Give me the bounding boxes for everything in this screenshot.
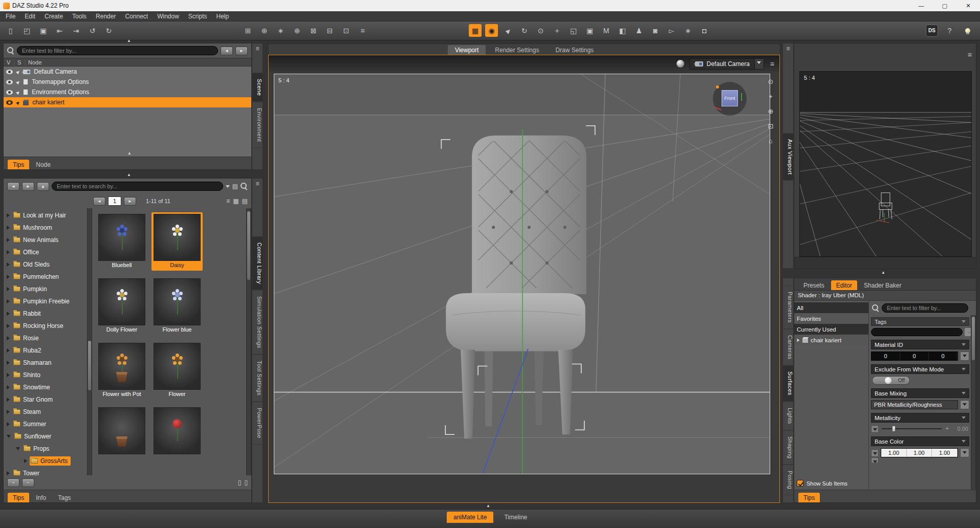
pane-menu-icon[interactable]: ≡ (255, 179, 259, 187)
thumbnails-scrollbar[interactable] (246, 208, 251, 475)
menu-item[interactable]: Window (153, 12, 184, 21)
camera-tool-icon[interactable]: ◙ (649, 24, 662, 37)
thumbnail-flower[interactable]: Flower (151, 341, 203, 400)
white-mode-header[interactable]: Exclude From White Mode (871, 364, 969, 374)
gear-tool-icon[interactable]: ∗ (682, 24, 694, 37)
expand-arrow-icon[interactable] (7, 471, 10, 475)
base-color-dropdown[interactable] (871, 449, 879, 457)
expand-arrow-icon[interactable] (7, 287, 10, 291)
page-number-input[interactable] (108, 196, 121, 206)
reset-view-icon[interactable]: ⌂ (766, 137, 775, 146)
expand-arrow-icon[interactable] (7, 373, 10, 377)
library-folder[interactable]: Pumpkin Freebie (4, 295, 87, 307)
library-folder[interactable]: Shamaran (4, 357, 87, 369)
header-menu-icon[interactable] (962, 320, 966, 325)
library-folder[interactable]: Office (4, 246, 87, 258)
view-options-icon[interactable]: ▤ (232, 183, 238, 190)
library-folder[interactable]: GrossArts (4, 455, 87, 467)
expand-arrow-icon[interactable] (16, 447, 20, 450)
library-folder[interactable]: Ruba2 (4, 344, 87, 357)
minimize-button[interactable]: — (909, 0, 933, 11)
expand-arrow-icon[interactable] (7, 262, 10, 267)
library-top-collapse-handle[interactable]: ▲ (127, 173, 131, 177)
visibility-eye-icon[interactable] (6, 70, 13, 74)
column-selected[interactable]: S (14, 59, 25, 65)
expand-arrow-icon[interactable] (7, 275, 10, 279)
thumbnail-dolly-flower[interactable]: Dolly Flower (96, 277, 147, 335)
create-node-icon[interactable]: ⊞ (242, 24, 254, 37)
view-cube-front-face[interactable]: Front (722, 90, 738, 106)
tags-header[interactable]: Tags (871, 317, 969, 326)
header-menu-icon[interactable] (962, 416, 966, 421)
pane-menu-icon[interactable]: ≡ (255, 43, 259, 52)
material-id-header[interactable]: Material ID (871, 340, 969, 349)
aux-bottom-collapse-handle[interactable]: ▲ (881, 271, 885, 275)
scale-tool-icon[interactable]: ◱ (567, 24, 580, 37)
library-folder[interactable]: Summer (4, 418, 87, 430)
library-folder[interactable]: Look at my Hair (4, 209, 87, 222)
scene-top-collapse-handle[interactable]: ▲ (127, 39, 131, 43)
scene-node-environment-options[interactable]: ▶ Environment Options (4, 87, 251, 97)
expand-arrow-icon[interactable] (797, 338, 800, 341)
library-folder[interactable]: Pumpkin (4, 283, 87, 295)
column-node[interactable]: Node (25, 59, 42, 65)
viewport-menu-icon[interactable]: ≡ (770, 60, 774, 68)
library-folder[interactable]: New Animals (4, 234, 87, 246)
import-icon[interactable]: ⇤ (53, 24, 66, 37)
frame-tool-icon[interactable]: ▣ (583, 24, 596, 37)
tree-scrollbar[interactable] (87, 208, 92, 475)
expand-arrow-icon[interactable] (7, 435, 11, 438)
rotate-tool-icon[interactable]: ↻ (518, 24, 531, 37)
tab-animate-lite[interactable]: aniMate Lite (447, 512, 493, 523)
visibility-eye-icon[interactable] (6, 90, 13, 95)
scene-tab-node[interactable]: Node (31, 160, 56, 169)
expand-arrow-icon[interactable] (24, 459, 27, 463)
scrollbar-thumb[interactable] (88, 341, 91, 390)
tags-input[interactable] (871, 328, 963, 336)
surface-group-currently-used[interactable]: Currently Used (794, 324, 868, 335)
dock-tab-powerpose[interactable]: PowerPose (252, 402, 263, 445)
material-id-values[interactable]: 0 0 0 (871, 351, 958, 361)
export-icon[interactable]: ⇥ (70, 24, 82, 37)
expand-arrow-icon[interactable] (7, 348, 10, 353)
create-camera-icon[interactable]: ⊕ (291, 24, 303, 37)
library-folder[interactable]: Mushroom (4, 222, 87, 234)
undo-icon[interactable]: ↺ (86, 24, 99, 37)
tab-viewport[interactable]: Viewport (448, 45, 486, 55)
grid-view-icon[interactable]: ▦ (233, 197, 238, 205)
pane-menu-icon[interactable]: ≡ (786, 43, 790, 52)
properties-filter-icon[interactable] (872, 304, 879, 312)
node-selection-icon[interactable]: ► (502, 24, 514, 37)
surface-group-favorites[interactable]: Favorites (794, 313, 868, 324)
library-folder[interactable]: Rosie (4, 332, 87, 344)
show-sub-items-checkbox[interactable] (797, 480, 803, 487)
add-button[interactable]: + (7, 478, 19, 487)
header-menu-icon[interactable] (962, 368, 966, 372)
library-folder[interactable]: Sunflower (4, 430, 87, 443)
library-folder[interactable]: Steam (4, 406, 87, 418)
translate-tool-icon[interactable]: + (551, 24, 563, 37)
select-arrow-icon[interactable]: ▶ (15, 79, 21, 85)
nav-up-button[interactable]: ▲ (37, 182, 49, 191)
expand-arrow-icon[interactable] (7, 312, 10, 316)
library-folder[interactable]: Pummelchen (4, 271, 87, 283)
expand-arrow-icon[interactable] (7, 422, 10, 426)
frame-control-icon[interactable]: ⊡ (766, 122, 775, 131)
header-menu-icon[interactable] (962, 440, 966, 445)
library-tab-tips[interactable]: Tips (8, 493, 29, 502)
thumbnail-daisy[interactable]: Daisy (151, 212, 203, 271)
expand-arrow-icon[interactable] (7, 385, 10, 389)
library-folder[interactable]: Shinto (4, 369, 87, 381)
expand-arrow-icon[interactable] (7, 238, 10, 242)
library-folder[interactable]: Snowtime (4, 381, 87, 393)
remove-button[interactable]: − (22, 478, 34, 487)
metallicity-slider[interactable]: + (881, 425, 950, 433)
material-id-dropdown[interactable] (960, 351, 969, 361)
file-view-icon[interactable]: ▯ (238, 479, 242, 486)
library-folder[interactable]: Star Gnom (4, 393, 87, 406)
figure-tool-icon[interactable]: ♟ (633, 24, 645, 37)
viewport-3d-area[interactable]: 5 : 4 (274, 74, 770, 474)
expand-arrow-icon[interactable] (7, 398, 10, 402)
grid-mode-icon[interactable]: ▦ (469, 24, 482, 37)
sphere-mode-icon[interactable]: ◉ (485, 24, 498, 37)
